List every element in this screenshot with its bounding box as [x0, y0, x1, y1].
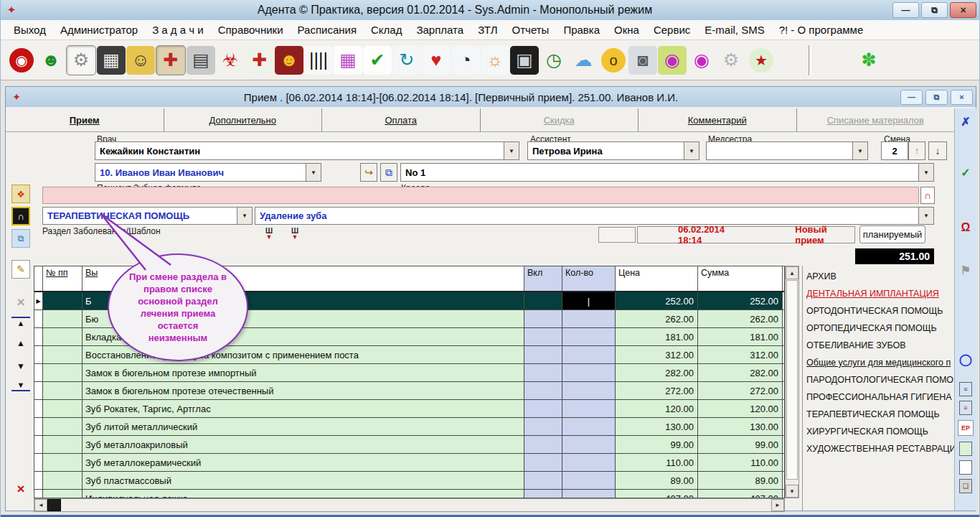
menu-item[interactable]: Администратор — [53, 24, 145, 36]
cell-included[interactable] — [524, 364, 562, 381]
tv-icon[interactable]: ▣ — [510, 46, 539, 75]
maximize-button[interactable]: ⧉ — [921, 2, 948, 18]
move-top-icon[interactable]: ▲ — [11, 317, 30, 328]
cell-included[interactable] — [524, 346, 562, 363]
tooth-formula-button[interactable]: ∩ — [920, 187, 935, 204]
doc-maximize-button[interactable]: ⧉ — [925, 90, 948, 105]
horizontal-scrollbar[interactable]: ◄ ► — [34, 498, 785, 512]
window-view-icon[interactable]: ⧉ — [11, 229, 30, 248]
menu-item[interactable]: Сервис — [646, 24, 697, 36]
menu-item[interactable]: Отчеты — [505, 24, 557, 36]
service-row[interactable]: Зуб металлокерамический110.00110.00 — [34, 454, 784, 472]
doc-lines-red-icon[interactable]: ≡ — [959, 401, 972, 415]
move-down-icon[interactable]: ▼ — [11, 357, 30, 376]
category-item[interactable]: ПАРОДОНТОЛОГИЧЕСКАЯ ПОМО — [803, 371, 954, 388]
cell-quantity[interactable] — [562, 454, 616, 471]
calendar-check-icon[interactable]: ✔ — [363, 46, 392, 75]
calendar-sun-icon[interactable]: ☼ — [481, 46, 509, 75]
vertical-scrollbar[interactable]: ▲ ▼ — [785, 266, 799, 498]
delete-disabled-icon[interactable]: × — [11, 292, 30, 311]
service-row[interactable]: Зуб Рокатек, Таргис, Артглас120.00120.00 — [34, 400, 784, 418]
surprised-face-icon[interactable]: o — [601, 48, 626, 73]
dropdown-arrow[interactable]: ▼ — [918, 208, 933, 224]
dropdown-arrow[interactable]: ▼ — [306, 164, 321, 181]
close-x-icon[interactable]: ✗ — [958, 113, 974, 131]
record-circle-icon[interactable]: ◯ — [958, 351, 974, 368]
chair-combo[interactable]: No 1▼ — [400, 163, 934, 182]
patient-info-button[interactable]: ⧉ — [380, 163, 397, 182]
shift-down-button[interactable]: ↓ — [928, 141, 947, 160]
tab[interactable]: Прием — [6, 108, 164, 131]
calendar-clock-icon[interactable]: ◔ — [451, 46, 480, 75]
cell-included[interactable] — [524, 490, 562, 498]
cell-quantity[interactable] — [562, 418, 616, 435]
close-button[interactable]: × — [950, 2, 976, 18]
settings-icon[interactable]: ⚙ — [66, 45, 96, 75]
assistant-combo[interactable]: Петрова Ирина▼ — [527, 141, 699, 160]
service-row[interactable]: Индивидуальная ложка407.00407.00 — [34, 490, 784, 498]
doc-green-icon[interactable] — [959, 442, 972, 456]
shift-up-button[interactable]: ↑ — [908, 141, 925, 160]
category-item[interactable]: АРХИВ — [803, 268, 954, 285]
menu-item[interactable]: З а д а ч и — [145, 24, 211, 36]
doctor-combo[interactable]: Кежайкин Константин▼ — [95, 141, 519, 160]
menu-item[interactable]: Окна — [607, 24, 646, 36]
cell-quantity[interactable] — [562, 328, 616, 345]
tab[interactable]: Скидка — [481, 108, 639, 131]
lock-icon[interactable]: Ω — [958, 219, 974, 236]
calendar-heart-icon[interactable]: ♥ — [422, 46, 451, 75]
cell-quantity[interactable] — [562, 310, 616, 327]
menu-item[interactable]: Выход — [6, 24, 53, 36]
service-row[interactable]: Замок в бюгельном протезе импортный282.0… — [34, 364, 784, 382]
patient-card-button[interactable]: ↪ — [360, 163, 377, 182]
planned-button[interactable]: планируемый — [859, 225, 925, 243]
cell-included[interactable] — [524, 292, 562, 309]
menu-item[interactable]: Расписания — [291, 24, 364, 36]
medical-card-icon[interactable]: ✚ — [156, 45, 186, 75]
dropdown-arrow[interactable]: ▼ — [852, 142, 867, 159]
cell-quantity[interactable] — [562, 472, 616, 489]
biohazard-icon[interactable]: ☣ — [216, 46, 245, 75]
cell-quantity[interactable] — [562, 364, 616, 381]
icq-flower-icon[interactable]: ✽ — [854, 46, 883, 75]
camera-icon[interactable]: ◙ — [628, 46, 657, 75]
doc-minimize-button[interactable]: — — [900, 90, 923, 105]
category-item[interactable]: ОРТОДОНТИЧЕСКАЯ ПОМОЩЬ — [803, 302, 954, 320]
dropdown-arrow[interactable]: ▼ — [237, 208, 252, 224]
category-item[interactable]: ОРТОПЕДИЧЕСКАЯ ПОМОЩЬ — [803, 320, 954, 337]
column-header[interactable]: Кол-во — [562, 266, 616, 291]
dropdown-arrow[interactable]: ▼ — [684, 142, 699, 159]
menu-item[interactable]: Правка — [556, 24, 607, 36]
category-item[interactable]: ПРОФЕССИОНАЛЬНАЯ ГИГИЕНА — [803, 388, 954, 406]
eye-icon[interactable]: ◉ — [687, 46, 716, 75]
nurse-combo[interactable]: ▼ — [706, 141, 868, 160]
column-header[interactable]: Цена — [616, 266, 698, 291]
menu-item[interactable]: E-mail, SMS — [697, 24, 771, 36]
service-row[interactable]: Замок в бюгельном протезе отечественный2… — [34, 382, 784, 400]
category-item[interactable]: ХУДОЖЕСТВЕННАЯ РЕСТАВРАЦИ — [803, 440, 954, 457]
emotions-icon[interactable]: ☻ — [275, 46, 303, 75]
color-chart-icon[interactable]: ❖ — [11, 185, 30, 203]
gear-arrows-icon[interactable]: ⚙ — [717, 46, 745, 75]
move-bottom-icon[interactable]: ▼ — [11, 380, 30, 391]
minimize-button[interactable]: — — [892, 2, 919, 18]
column-header[interactable]: Сумма — [698, 266, 783, 291]
category-item[interactable]: ДЕНТАЛЬНАЯ ИМПЛАНТАЦИЯ — [803, 285, 954, 302]
tooth-button-icon[interactable]: ∩ — [11, 207, 30, 225]
cell-quantity[interactable] — [562, 436, 616, 453]
service-row[interactable]: Зуб литой металлический130.00130.00 — [34, 418, 784, 436]
cell-included[interactable] — [524, 382, 562, 399]
tooth-down-icon[interactable]: Ш ▼ — [288, 228, 302, 245]
scroll-down-button[interactable]: ▼ — [786, 485, 798, 498]
books-icon[interactable]: ▤ — [187, 46, 215, 75]
cell-included[interactable] — [524, 328, 562, 345]
dropdown-arrow[interactable]: ▼ — [504, 142, 519, 159]
video-folder-icon[interactable]: ▦ — [97, 46, 126, 75]
calendar-sync-icon[interactable]: ↻ — [392, 46, 421, 75]
alarm-clock-icon[interactable]: ◷ — [540, 46, 568, 75]
shift-value[interactable]: 2 — [881, 141, 908, 160]
disease-combo[interactable]: Удаление зуба▼ — [255, 207, 934, 225]
vertical-scroll-thumb[interactable] — [786, 280, 798, 480]
cell-included[interactable] — [524, 400, 562, 417]
schedule-grid-icon[interactable]: ▦ — [334, 46, 362, 75]
